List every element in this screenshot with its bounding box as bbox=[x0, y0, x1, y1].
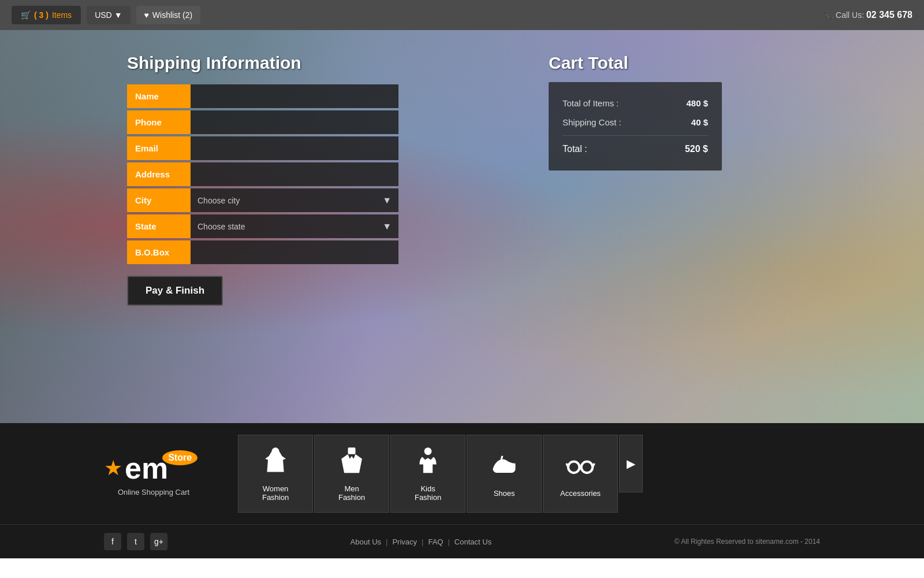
tumblr-button[interactable]: t bbox=[127, 533, 144, 550]
shipping-form: Shipping Information Name Phone Email Ad… bbox=[127, 53, 398, 306]
facebook-button[interactable]: f bbox=[104, 533, 121, 550]
grand-total-label: Total : bbox=[562, 144, 587, 154]
currency-value: USD bbox=[95, 10, 112, 20]
state-label: State bbox=[127, 214, 191, 238]
hero-section: Shipping Information Name Phone Email Ad… bbox=[0, 30, 924, 423]
logo-subtitle: Online Shopping Cart bbox=[104, 488, 203, 497]
cart-label: Items bbox=[52, 10, 72, 20]
grand-total-row: Total : 520 $ bbox=[562, 135, 708, 159]
faq-link[interactable]: FAQ bbox=[428, 538, 443, 546]
logo-em-text: em bbox=[125, 451, 168, 486]
email-input[interactable] bbox=[191, 136, 398, 160]
cart-count: ( 3 ) bbox=[34, 10, 49, 20]
address-row: Address bbox=[127, 162, 398, 186]
bobox-row: B.O.Box bbox=[127, 240, 398, 264]
footer-copyright: © All Rightes Reserved to sitename.com -… bbox=[675, 538, 820, 546]
svg-point-3 bbox=[568, 461, 580, 473]
items-total-row: Total of Items : 480 $ bbox=[562, 94, 708, 113]
bobox-label: B.O.Box bbox=[127, 240, 191, 264]
women-fashion-label: Women Fashion bbox=[256, 484, 295, 502]
items-total-value: 480 $ bbox=[686, 98, 708, 108]
footer-bottom: f t g+ About Us | Privacy | FAQ | Contac… bbox=[0, 525, 924, 558]
phone-row: Phone bbox=[127, 110, 398, 134]
categories-next-button[interactable]: ▶ bbox=[619, 435, 643, 492]
footer-cat-shoes[interactable]: Shoes bbox=[467, 435, 542, 513]
state-row: State Choose state ▼ bbox=[127, 214, 398, 238]
svg-rect-1 bbox=[350, 459, 354, 470]
footer-logo: ★ em Store Online Shopping Cart bbox=[104, 451, 203, 497]
phone-input[interactable] bbox=[191, 110, 398, 134]
name-label: Name bbox=[127, 84, 191, 108]
wishlist-button[interactable]: ♥ Wishlist (2) bbox=[136, 6, 201, 24]
cart-total-box: Total of Items : 480 $ Shipping Cost : 4… bbox=[549, 82, 722, 171]
cart-total-title: Cart Total bbox=[549, 53, 722, 73]
state-select-wrap: Choose state ▼ bbox=[191, 214, 398, 238]
footer: ★ em Store Online Shopping Cart Women Fa… bbox=[0, 423, 924, 558]
email-row: Email bbox=[127, 136, 398, 160]
footer-cat-kids-fashion[interactable]: Kids Fashion bbox=[390, 435, 465, 513]
heart-icon: ♥ bbox=[144, 10, 149, 20]
accessories-icon bbox=[565, 450, 595, 484]
name-input[interactable] bbox=[191, 84, 398, 108]
header-left: 🛒 ( 3 ) Items USD ▼ ♥ Wishlist (2) bbox=[12, 6, 200, 24]
about-us-link[interactable]: About Us bbox=[351, 538, 381, 546]
cart-icon: 🛒 bbox=[21, 10, 31, 20]
cart-button[interactable]: 🛒 ( 3 ) Items bbox=[12, 6, 81, 24]
wishlist-label: Wishlist (2) bbox=[152, 10, 192, 20]
contact-link[interactable]: Contact Us bbox=[454, 538, 491, 546]
kids-fashion-label: Kids Fashion bbox=[408, 484, 448, 502]
shoes-label: Shoes bbox=[494, 489, 515, 498]
call-label: Call Us: bbox=[836, 10, 864, 20]
svg-point-2 bbox=[424, 447, 432, 455]
logo-wrap: ★ em Store bbox=[104, 451, 203, 486]
email-label: Email bbox=[127, 136, 191, 160]
cart-total-section: Cart Total Total of Items : 480 $ Shippi… bbox=[549, 53, 722, 171]
bobox-input[interactable] bbox=[191, 240, 398, 264]
address-input[interactable] bbox=[191, 162, 398, 186]
link-divider-2: | bbox=[422, 538, 423, 546]
footer-categories: Women Fashion Men Fashion bbox=[238, 435, 820, 513]
items-total-label: Total of Items : bbox=[562, 98, 619, 108]
footer-main: ★ em Store Online Shopping Cart Women Fa… bbox=[0, 423, 924, 525]
grand-total-value: 520 $ bbox=[685, 144, 708, 154]
women-fashion-icon bbox=[260, 446, 290, 480]
svg-rect-0 bbox=[348, 447, 356, 454]
logo-store-bubble: Store bbox=[162, 450, 198, 465]
header-call: 📞 Call Us: 02 345 678 bbox=[824, 10, 912, 20]
phone-icon: 📞 bbox=[824, 10, 833, 20]
name-row: Name bbox=[127, 84, 398, 108]
footer-cat-women-fashion[interactable]: Women Fashion bbox=[238, 435, 313, 513]
currency-arrow-icon: ▼ bbox=[114, 10, 122, 20]
shipping-cost-label: Shipping Cost : bbox=[562, 117, 621, 127]
svg-point-4 bbox=[582, 461, 593, 473]
kids-fashion-icon bbox=[413, 446, 443, 480]
shipping-title: Shipping Information bbox=[127, 53, 398, 73]
city-row: City Choose city ▼ bbox=[127, 188, 398, 212]
next-arrow-icon: ▶ bbox=[627, 457, 635, 470]
googleplus-button[interactable]: g+ bbox=[150, 533, 167, 550]
phone-label: Phone bbox=[127, 110, 191, 134]
pay-finish-button[interactable]: Pay & Finish bbox=[127, 276, 223, 306]
state-select[interactable]: Choose state bbox=[198, 215, 392, 238]
currency-button[interactable]: USD ▼ bbox=[87, 6, 130, 24]
header-bar: 🛒 ( 3 ) Items USD ▼ ♥ Wishlist (2) 📞 Cal… bbox=[0, 0, 924, 30]
men-fashion-icon bbox=[337, 446, 367, 480]
privacy-link[interactable]: Privacy bbox=[392, 538, 417, 546]
shoes-icon bbox=[489, 450, 519, 484]
men-fashion-label: Men Fashion bbox=[332, 484, 371, 502]
footer-cat-men-fashion[interactable]: Men Fashion bbox=[314, 435, 389, 513]
shipping-cost-row: Shipping Cost : 40 $ bbox=[562, 113, 708, 132]
city-select-wrap: Choose city ▼ bbox=[191, 188, 398, 212]
link-divider-3: | bbox=[448, 538, 449, 546]
link-divider-1: | bbox=[386, 538, 388, 546]
city-label: City bbox=[127, 188, 191, 212]
address-label: Address bbox=[127, 162, 191, 186]
shipping-cost-value: 40 $ bbox=[691, 117, 708, 127]
footer-links: About Us | Privacy | FAQ | Contact Us bbox=[351, 538, 492, 546]
phone-number: 02 345 678 bbox=[866, 10, 912, 20]
city-select[interactable]: Choose city bbox=[198, 189, 392, 212]
footer-cat-accessories[interactable]: Accessories bbox=[543, 435, 618, 513]
logo-star-icon: ★ bbox=[104, 456, 122, 480]
accessories-label: Accessories bbox=[560, 489, 601, 498]
footer-social: f t g+ bbox=[104, 533, 167, 550]
